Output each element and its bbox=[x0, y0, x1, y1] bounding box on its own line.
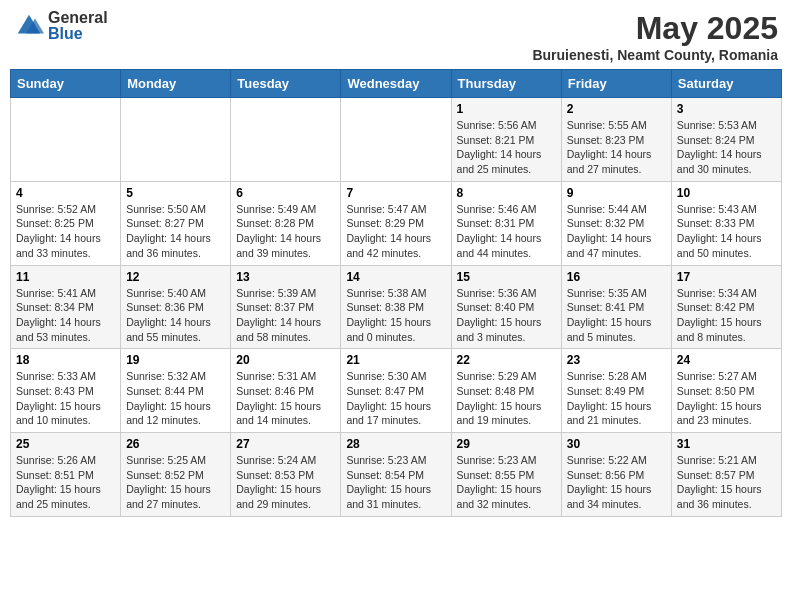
day-info: Sunrise: 5:23 AM Sunset: 8:55 PM Dayligh… bbox=[457, 453, 556, 512]
calendar-cell: 12Sunrise: 5:40 AM Sunset: 8:36 PM Dayli… bbox=[121, 265, 231, 349]
calendar-cell: 14Sunrise: 5:38 AM Sunset: 8:38 PM Dayli… bbox=[341, 265, 451, 349]
day-info: Sunrise: 5:27 AM Sunset: 8:50 PM Dayligh… bbox=[677, 369, 776, 428]
day-number: 16 bbox=[567, 270, 666, 284]
calendar-cell: 7Sunrise: 5:47 AM Sunset: 8:29 PM Daylig… bbox=[341, 181, 451, 265]
day-header-saturday: Saturday bbox=[671, 70, 781, 98]
day-number: 29 bbox=[457, 437, 556, 451]
calendar-cell: 6Sunrise: 5:49 AM Sunset: 8:28 PM Daylig… bbox=[231, 181, 341, 265]
calendar-cell: 31Sunrise: 5:21 AM Sunset: 8:57 PM Dayli… bbox=[671, 433, 781, 517]
day-info: Sunrise: 5:22 AM Sunset: 8:56 PM Dayligh… bbox=[567, 453, 666, 512]
calendar-week-5: 25Sunrise: 5:26 AM Sunset: 8:51 PM Dayli… bbox=[11, 433, 782, 517]
calendar-cell: 30Sunrise: 5:22 AM Sunset: 8:56 PM Dayli… bbox=[561, 433, 671, 517]
logo-text: General Blue bbox=[48, 10, 108, 42]
calendar-cell: 28Sunrise: 5:23 AM Sunset: 8:54 PM Dayli… bbox=[341, 433, 451, 517]
day-number: 22 bbox=[457, 353, 556, 367]
day-number: 1 bbox=[457, 102, 556, 116]
day-number: 31 bbox=[677, 437, 776, 451]
calendar-cell: 18Sunrise: 5:33 AM Sunset: 8:43 PM Dayli… bbox=[11, 349, 121, 433]
calendar-cell: 16Sunrise: 5:35 AM Sunset: 8:41 PM Dayli… bbox=[561, 265, 671, 349]
logo-general: General bbox=[48, 10, 108, 26]
day-info: Sunrise: 5:41 AM Sunset: 8:34 PM Dayligh… bbox=[16, 286, 115, 345]
calendar-cell bbox=[231, 98, 341, 182]
day-info: Sunrise: 5:43 AM Sunset: 8:33 PM Dayligh… bbox=[677, 202, 776, 261]
calendar-week-3: 11Sunrise: 5:41 AM Sunset: 8:34 PM Dayli… bbox=[11, 265, 782, 349]
day-number: 25 bbox=[16, 437, 115, 451]
calendar-table: SundayMondayTuesdayWednesdayThursdayFrid… bbox=[10, 69, 782, 517]
month-title: May 2025 bbox=[532, 10, 778, 47]
day-number: 5 bbox=[126, 186, 225, 200]
day-info: Sunrise: 5:31 AM Sunset: 8:46 PM Dayligh… bbox=[236, 369, 335, 428]
day-header-friday: Friday bbox=[561, 70, 671, 98]
calendar-cell: 23Sunrise: 5:28 AM Sunset: 8:49 PM Dayli… bbox=[561, 349, 671, 433]
day-info: Sunrise: 5:56 AM Sunset: 8:21 PM Dayligh… bbox=[457, 118, 556, 177]
calendar-cell: 20Sunrise: 5:31 AM Sunset: 8:46 PM Dayli… bbox=[231, 349, 341, 433]
day-header-monday: Monday bbox=[121, 70, 231, 98]
day-number: 30 bbox=[567, 437, 666, 451]
day-info: Sunrise: 5:26 AM Sunset: 8:51 PM Dayligh… bbox=[16, 453, 115, 512]
calendar-week-4: 18Sunrise: 5:33 AM Sunset: 8:43 PM Dayli… bbox=[11, 349, 782, 433]
calendar-cell: 15Sunrise: 5:36 AM Sunset: 8:40 PM Dayli… bbox=[451, 265, 561, 349]
calendar-cell bbox=[121, 98, 231, 182]
day-info: Sunrise: 5:50 AM Sunset: 8:27 PM Dayligh… bbox=[126, 202, 225, 261]
day-info: Sunrise: 5:53 AM Sunset: 8:24 PM Dayligh… bbox=[677, 118, 776, 177]
day-number: 2 bbox=[567, 102, 666, 116]
calendar-week-2: 4Sunrise: 5:52 AM Sunset: 8:25 PM Daylig… bbox=[11, 181, 782, 265]
calendar-cell: 11Sunrise: 5:41 AM Sunset: 8:34 PM Dayli… bbox=[11, 265, 121, 349]
day-info: Sunrise: 5:44 AM Sunset: 8:32 PM Dayligh… bbox=[567, 202, 666, 261]
day-number: 18 bbox=[16, 353, 115, 367]
calendar-cell: 17Sunrise: 5:34 AM Sunset: 8:42 PM Dayli… bbox=[671, 265, 781, 349]
day-info: Sunrise: 5:25 AM Sunset: 8:52 PM Dayligh… bbox=[126, 453, 225, 512]
day-header-sunday: Sunday bbox=[11, 70, 121, 98]
day-number: 27 bbox=[236, 437, 335, 451]
day-info: Sunrise: 5:33 AM Sunset: 8:43 PM Dayligh… bbox=[16, 369, 115, 428]
day-info: Sunrise: 5:47 AM Sunset: 8:29 PM Dayligh… bbox=[346, 202, 445, 261]
day-number: 19 bbox=[126, 353, 225, 367]
day-header-thursday: Thursday bbox=[451, 70, 561, 98]
calendar-cell: 1Sunrise: 5:56 AM Sunset: 8:21 PM Daylig… bbox=[451, 98, 561, 182]
calendar-cell: 24Sunrise: 5:27 AM Sunset: 8:50 PM Dayli… bbox=[671, 349, 781, 433]
calendar-cell bbox=[341, 98, 451, 182]
calendar-cell: 29Sunrise: 5:23 AM Sunset: 8:55 PM Dayli… bbox=[451, 433, 561, 517]
day-info: Sunrise: 5:21 AM Sunset: 8:57 PM Dayligh… bbox=[677, 453, 776, 512]
day-number: 11 bbox=[16, 270, 115, 284]
day-info: Sunrise: 5:34 AM Sunset: 8:42 PM Dayligh… bbox=[677, 286, 776, 345]
calendar-cell: 13Sunrise: 5:39 AM Sunset: 8:37 PM Dayli… bbox=[231, 265, 341, 349]
day-info: Sunrise: 5:38 AM Sunset: 8:38 PM Dayligh… bbox=[346, 286, 445, 345]
calendar-cell: 27Sunrise: 5:24 AM Sunset: 8:53 PM Dayli… bbox=[231, 433, 341, 517]
day-info: Sunrise: 5:28 AM Sunset: 8:49 PM Dayligh… bbox=[567, 369, 666, 428]
calendar-week-1: 1Sunrise: 5:56 AM Sunset: 8:21 PM Daylig… bbox=[11, 98, 782, 182]
logo: General Blue bbox=[14, 10, 108, 42]
logo-icon bbox=[14, 11, 44, 41]
day-number: 20 bbox=[236, 353, 335, 367]
day-info: Sunrise: 5:49 AM Sunset: 8:28 PM Dayligh… bbox=[236, 202, 335, 261]
calendar-cell: 19Sunrise: 5:32 AM Sunset: 8:44 PM Dayli… bbox=[121, 349, 231, 433]
day-number: 21 bbox=[346, 353, 445, 367]
calendar-cell: 21Sunrise: 5:30 AM Sunset: 8:47 PM Dayli… bbox=[341, 349, 451, 433]
calendar-cell: 25Sunrise: 5:26 AM Sunset: 8:51 PM Dayli… bbox=[11, 433, 121, 517]
day-info: Sunrise: 5:40 AM Sunset: 8:36 PM Dayligh… bbox=[126, 286, 225, 345]
day-info: Sunrise: 5:52 AM Sunset: 8:25 PM Dayligh… bbox=[16, 202, 115, 261]
day-number: 15 bbox=[457, 270, 556, 284]
day-header-tuesday: Tuesday bbox=[231, 70, 341, 98]
day-info: Sunrise: 5:24 AM Sunset: 8:53 PM Dayligh… bbox=[236, 453, 335, 512]
day-number: 6 bbox=[236, 186, 335, 200]
title-section: May 2025 Buruienesti, Neamt County, Roma… bbox=[532, 10, 778, 63]
calendar-cell: 8Sunrise: 5:46 AM Sunset: 8:31 PM Daylig… bbox=[451, 181, 561, 265]
location-subtitle: Buruienesti, Neamt County, Romania bbox=[532, 47, 778, 63]
day-number: 13 bbox=[236, 270, 335, 284]
calendar-cell: 22Sunrise: 5:29 AM Sunset: 8:48 PM Dayli… bbox=[451, 349, 561, 433]
calendar-cell: 9Sunrise: 5:44 AM Sunset: 8:32 PM Daylig… bbox=[561, 181, 671, 265]
day-info: Sunrise: 5:35 AM Sunset: 8:41 PM Dayligh… bbox=[567, 286, 666, 345]
calendar-cell: 3Sunrise: 5:53 AM Sunset: 8:24 PM Daylig… bbox=[671, 98, 781, 182]
day-info: Sunrise: 5:29 AM Sunset: 8:48 PM Dayligh… bbox=[457, 369, 556, 428]
day-number: 24 bbox=[677, 353, 776, 367]
day-number: 4 bbox=[16, 186, 115, 200]
calendar-header-row: SundayMondayTuesdayWednesdayThursdayFrid… bbox=[11, 70, 782, 98]
day-number: 3 bbox=[677, 102, 776, 116]
day-number: 26 bbox=[126, 437, 225, 451]
day-info: Sunrise: 5:30 AM Sunset: 8:47 PM Dayligh… bbox=[346, 369, 445, 428]
day-number: 9 bbox=[567, 186, 666, 200]
day-number: 28 bbox=[346, 437, 445, 451]
day-info: Sunrise: 5:23 AM Sunset: 8:54 PM Dayligh… bbox=[346, 453, 445, 512]
day-info: Sunrise: 5:55 AM Sunset: 8:23 PM Dayligh… bbox=[567, 118, 666, 177]
